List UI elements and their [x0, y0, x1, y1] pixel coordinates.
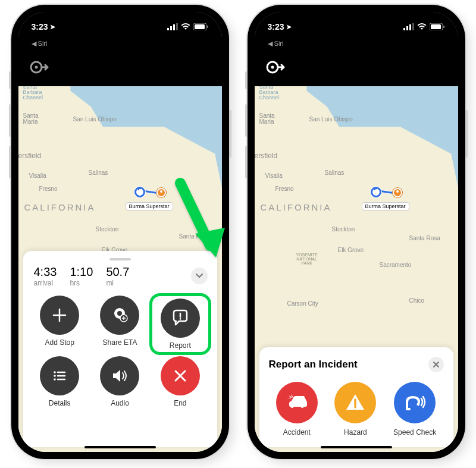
add-stop-button[interactable]: Add Stop	[32, 296, 88, 353]
svg-rect-3	[176, 23, 178, 30]
close-sheet-button[interactable]	[428, 357, 444, 372]
back-to-siri[interactable]: Siri	[268, 40, 284, 48]
close-icon	[173, 368, 188, 384]
map-label-salinas: Salinas	[325, 169, 345, 176]
arrival-label: arrival	[34, 279, 57, 287]
location-icon: ➤	[286, 23, 292, 31]
incident-sheet-title: Report an Incident	[269, 359, 358, 370]
svg-point-23	[271, 66, 274, 69]
svg-rect-17	[409, 24, 411, 30]
route-destination-pin[interactable]	[156, 188, 166, 197]
location-icon: ➤	[50, 23, 55, 31]
map-label-chico: Chico	[409, 297, 425, 304]
end-label: End	[174, 399, 186, 407]
collapse-tray-button[interactable]	[191, 268, 208, 284]
incident-speed-check-button[interactable]: Speed Check	[393, 382, 436, 436]
map-label-state: CALIFORNIA	[261, 202, 332, 212]
battery-icon	[193, 23, 209, 30]
phone-left: 3:23 ➤ Siri SantaBarbaraChannel SantaMar	[12, 6, 228, 458]
svg-rect-16	[406, 26, 408, 30]
back-to-siri[interactable]: Siri	[32, 40, 48, 48]
share-eta-button[interactable]: Share ETA	[92, 296, 148, 353]
map-label-sacramento: Sacramento	[380, 262, 412, 268]
svg-point-8	[35, 66, 37, 69]
stat-distance: 50.7 mi	[106, 265, 129, 287]
map-label-channel: SantaBarbaraChannel	[259, 84, 280, 100]
trip-stats: 4:33 arrival 1:10 hrs 50.7 mi	[32, 265, 209, 287]
audio-label: Audio	[111, 399, 129, 407]
map-label-fresno: Fresno	[39, 186, 58, 192]
hazard-icon	[343, 391, 367, 414]
status-indicators	[167, 23, 209, 30]
audio-button[interactable]: Audio	[92, 356, 148, 407]
add-stop-label: Add Stop	[45, 338, 74, 347]
report-label: Report	[170, 341, 191, 350]
share-eta-icon	[109, 305, 130, 325]
svg-rect-20	[431, 24, 441, 29]
volume-up	[245, 104, 248, 137]
distance-value: 50.7	[106, 265, 129, 279]
map-label-stockton: Stockton	[96, 226, 119, 233]
svg-rect-15	[403, 28, 405, 30]
volume-up	[9, 104, 11, 137]
details-button[interactable]: Details	[32, 356, 88, 407]
incident-hazard-button[interactable]: Hazard	[334, 382, 376, 436]
speed-check-label: Speed Check	[393, 428, 436, 436]
map-label-slo: San Luis Obispo	[309, 116, 353, 123]
report-button[interactable]: Report	[149, 293, 211, 355]
chevron-down-icon	[196, 274, 203, 278]
close-icon	[433, 361, 440, 368]
duration-label: hrs	[70, 279, 93, 287]
plus-icon	[51, 307, 68, 323]
wifi-icon	[181, 23, 190, 30]
incident-accident-button[interactable]: Accident	[276, 382, 318, 436]
accident-icon	[284, 390, 309, 415]
route-start-pin[interactable]	[371, 187, 381, 197]
speed-check-icon	[402, 390, 427, 415]
map-label-bakersfield: ersfield	[255, 152, 278, 160]
route-start-pin[interactable]	[134, 187, 145, 197]
signal-icon	[167, 23, 178, 30]
status-time: 3:23	[268, 22, 284, 32]
svg-point-12	[54, 371, 56, 373]
svg-rect-24	[406, 408, 411, 410]
share-eta-label: Share ETA	[103, 338, 137, 347]
status-indicators	[403, 23, 445, 30]
route-destination-pin[interactable]	[393, 188, 402, 197]
ringer-switch	[9, 71, 11, 89]
home-indicator[interactable]	[84, 446, 156, 448]
drag-handle[interactable]	[109, 258, 131, 260]
ocean-area	[278, 77, 458, 302]
map-label-bakersfield: ersfield	[18, 152, 42, 160]
report-incident-sheet: Report an Incident Accident	[259, 347, 453, 447]
svg-rect-0	[167, 28, 169, 30]
svg-rect-1	[170, 26, 172, 30]
map-label-salinas: Salinas	[89, 169, 108, 176]
svg-point-13	[54, 375, 56, 377]
volume-down	[245, 146, 248, 178]
duration-value: 1:10	[70, 265, 93, 279]
power-button	[465, 110, 468, 158]
wifi-icon	[417, 23, 427, 30]
map-label-santa-maria: SantaMaria	[259, 113, 275, 125]
svg-rect-2	[173, 24, 175, 30]
distance-label: mi	[106, 279, 129, 287]
stat-duration: 1:10 hrs	[70, 265, 93, 287]
end-button[interactable]: End	[152, 356, 208, 407]
home-indicator[interactable]	[321, 446, 392, 448]
accident-label: Accident	[283, 428, 311, 436]
map-label-state: CALIFORNIA	[24, 202, 96, 212]
signal-icon	[403, 23, 414, 30]
notch	[307, 12, 405, 28]
destination-label-box[interactable]: Burma Superstar	[362, 202, 409, 211]
destination-label-box[interactable]: Burma Superstar	[126, 202, 173, 211]
svg-rect-5	[195, 24, 205, 29]
status-time: 3:23	[32, 22, 48, 32]
list-icon	[51, 368, 68, 384]
phone-right: 3:23 ➤ Siri SantaBarbaraChannel SantaMar	[249, 6, 464, 458]
speaker-icon	[111, 367, 129, 385]
power-button	[229, 110, 231, 158]
map-label-slo: San Luis Obispo	[73, 116, 117, 123]
map-label-visalia: Visalia	[29, 172, 46, 179]
roundabout-icon	[265, 57, 286, 77]
